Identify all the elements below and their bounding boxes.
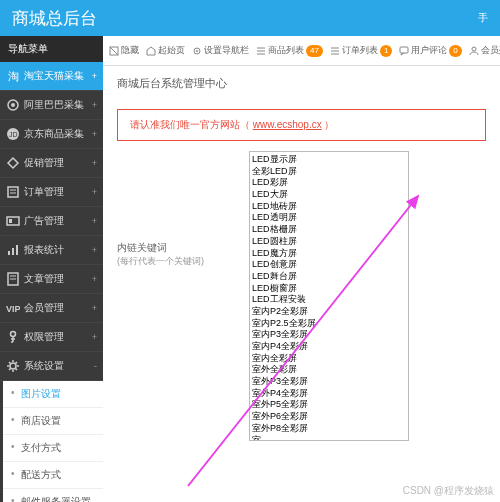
article-icon [6,272,20,286]
user-icon [469,46,479,56]
tab-chat[interactable]: 用户评论0 [397,42,463,59]
official-site-link[interactable]: www.ecshop.cx [253,119,322,130]
submenu-item[interactable]: 商店设置 [3,408,103,435]
tab-hide[interactable]: 隐藏 [107,42,141,59]
expand-icon: + [92,129,97,139]
svg-rect-9 [9,219,12,223]
tab-label: 隐藏 [121,44,139,57]
sidebar-item-article[interactable]: 文章管理+ [0,265,103,294]
breadcrumb: 商城后台系统管理中心 [103,66,500,101]
report-icon [6,243,20,257]
main-panel: 隐藏起始页设置导航栏商品列表47订单列表1用户评论0会员列表 商城后台系统管理中… [103,36,500,502]
submenu-item[interactable]: 邮件服务器设置 [3,489,103,502]
jd-icon: JD [6,127,20,141]
svg-point-22 [196,50,198,52]
expand-icon: + [92,303,97,313]
gear-icon [192,46,202,56]
form-area: 内链关键词 (每行代表一个关键词) [117,151,486,441]
svg-point-17 [11,332,16,337]
tab-label: 会员列表 [481,44,500,57]
sidebar-item-ali[interactable]: 阿里巴巴采集+ [0,91,103,120]
tab-badge: 0 [449,45,461,57]
sidebar-item-jd[interactable]: JD京东商品采集+ [0,120,103,149]
vip-icon: VIP [6,301,20,315]
tab-label: 订单列表 [342,44,378,57]
expand-icon: + [92,187,97,197]
perm-icon [6,330,20,344]
tab-bar: 隐藏起始页设置导航栏商品列表47订单列表1用户评论0会员列表 [103,36,500,66]
tab-gear[interactable]: 设置导航栏 [190,42,251,59]
sidebar-item-ad[interactable]: 广告管理+ [0,207,103,236]
expand-icon: + [92,245,97,255]
submenu-item[interactable]: 图片设置 [3,381,103,408]
sidebar-item-vip[interactable]: VIP会员管理+ [0,294,103,323]
svg-rect-10 [8,251,10,255]
svg-line-20 [110,47,118,55]
app-header: 商城总后台 手 [0,0,500,36]
sidebar-item-order[interactable]: 订单管理+ [0,178,103,207]
sys-icon [6,359,20,373]
warning-banner: 请认准我们唯一官方网站（ www.ecshop.cx ） [117,109,486,141]
svg-rect-29 [400,47,408,53]
svg-rect-11 [12,248,14,255]
expand-icon: + [92,158,97,168]
tab-badge: 1 [380,45,392,57]
sidebar-item-sys[interactable]: 系统设置- [0,352,103,381]
tab-label: 设置导航栏 [204,44,249,57]
submenu-item[interactable]: 支付方式 [3,435,103,462]
sidebar-item-label: 淘宝天猫采集 [24,69,84,83]
tab-list[interactable]: 商品列表47 [254,42,325,59]
tab-label: 商品列表 [268,44,304,57]
sidebar-item-label: 促销管理 [24,156,64,170]
svg-rect-12 [16,245,18,255]
list-icon [330,46,340,56]
chat-icon [399,46,409,56]
tab-label: 用户评论 [411,44,447,57]
sidebar-item-label: 权限管理 [24,330,64,344]
svg-point-30 [472,47,476,51]
keywords-textarea[interactable] [249,151,409,441]
app-title: 商城总后台 [12,7,97,30]
sidebar-item-label: 广告管理 [24,214,64,228]
svg-text:VIP: VIP [6,304,20,314]
svg-rect-5 [8,187,18,197]
svg-rect-8 [7,217,19,225]
keywords-label-text: 内链关键词 [117,242,167,253]
keywords-label: 内链关键词 (每行代表一个关键词) [117,151,237,441]
promo-icon [6,156,20,170]
expand-icon: + [92,216,97,226]
svg-text:淘: 淘 [8,70,19,82]
submenu: 图片设置商店设置支付方式配送方式邮件服务器设置地区列表计划任务友情链接自动添加内… [0,381,103,502]
warning-text-pre: 请认准我们唯一官方网站（ [130,119,250,130]
tab-badge: 47 [306,45,323,57]
list-icon [256,46,266,56]
sidebar-item-label: 订单管理 [24,185,64,199]
svg-point-18 [10,363,16,369]
expand-icon: + [92,100,97,110]
home-icon [146,46,156,56]
tab-list[interactable]: 订单列表1 [328,42,394,59]
keywords-hint: (每行代表一个关键词) [117,255,237,268]
svg-text:JD: JD [9,131,18,138]
sidebar-item-report[interactable]: 报表统计+ [0,236,103,265]
tab-label: 起始页 [158,44,185,57]
tao-icon: 淘 [6,69,20,83]
expand-icon: + [92,332,97,342]
expand-icon: + [92,274,97,284]
tab-user[interactable]: 会员列表 [467,42,500,59]
sidebar-item-tao[interactable]: 淘淘宝天猫采集+ [0,62,103,91]
sidebar-item-perm[interactable]: 权限管理+ [0,323,103,352]
ad-icon [6,214,20,228]
tab-home[interactable]: 起始页 [144,42,187,59]
svg-point-2 [11,103,15,107]
sidebar-item-label: 文章管理 [24,272,64,286]
sidebar-item-promo[interactable]: 促销管理+ [0,149,103,178]
warning-text-post: ） [324,119,334,130]
watermark: CSDN @程序发烧猿 [403,484,494,498]
sidebar-item-label: 会员管理 [24,301,64,315]
hide-icon [109,46,119,56]
header-right: 手 [478,11,488,25]
submenu-item[interactable]: 配送方式 [3,462,103,489]
ali-icon [6,98,20,112]
expand-icon: + [92,71,97,81]
